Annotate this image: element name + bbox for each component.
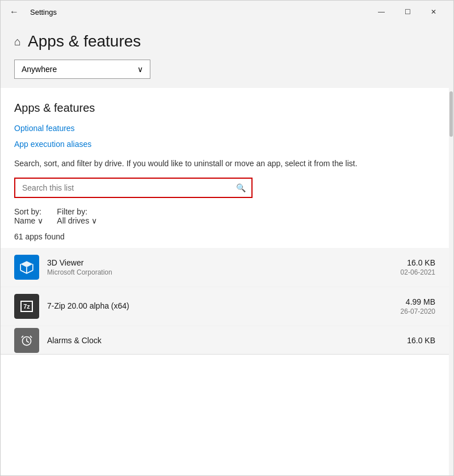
filter-control: Filter by: All drives ∨ (57, 207, 97, 225)
search-icon: 🔍 (236, 183, 246, 192)
app-icon-3dviewer (14, 255, 39, 280)
app-name: Alarms & Clock (47, 336, 407, 345)
description-text: Search, sort, and filter by drive. If yo… (14, 158, 435, 170)
app-meta: 16.0 KB (407, 336, 435, 345)
app-icon-7zip: 7z (14, 294, 39, 319)
page-title: Apps & features (28, 32, 141, 50)
optional-features-link[interactable]: Optional features (14, 124, 435, 133)
app-date: 02-06-2021 (401, 268, 435, 276)
app-info: Alarms & Clock (47, 336, 407, 345)
sort-filter-row: Sort by: Name ∨ Filter by: All drives ∨ (14, 207, 435, 225)
app-meta: 16.0 KB 02-06-2021 (401, 258, 435, 276)
dropdown-value: Anywhere (22, 65, 57, 74)
main-content: ⌂ Apps & features Anywhere ∨ Apps & feat… (1, 23, 449, 475)
scrollbar-thumb[interactable] (449, 91, 453, 137)
settings-window: ← Settings — ☐ ✕ ⌂ Apps & features Anywh… (0, 0, 454, 476)
cube-icon (19, 260, 34, 275)
table-row[interactable]: 7z 7-Zip 20.00 alpha (x64) 4.99 MB 26-07… (1, 287, 449, 326)
app-size: 16.0 KB (407, 336, 435, 345)
clock-icon (19, 333, 34, 348)
window-title: Settings (30, 8, 57, 16)
back-button[interactable]: ← (7, 5, 21, 19)
content-area: ⌂ Apps & features Anywhere ∨ Apps & feat… (1, 23, 453, 475)
app-icon-wrap (14, 255, 39, 280)
title-bar-left: ← Settings (7, 5, 57, 19)
close-button[interactable]: ✕ (421, 1, 447, 23)
search-box-container: 🔍 (14, 178, 253, 198)
content-body: Apps & features Optional features App ex… (1, 88, 449, 475)
sort-button[interactable]: Name ∨ (14, 216, 43, 225)
minimize-button[interactable]: — (368, 1, 394, 23)
apps-found-text: 61 apps found (14, 232, 435, 241)
home-icon: ⌂ (14, 35, 21, 48)
sort-label: Sort by: (14, 207, 41, 216)
scrollbar[interactable] (449, 23, 453, 475)
filter-value: All drives (57, 216, 89, 225)
table-row[interactable]: 3D Viewer Microsoft Corporation 16.0 KB … (1, 248, 449, 287)
app-info: 7-Zip 20.00 alpha (x64) (47, 301, 401, 311)
page-header: ⌂ Apps & features (1, 23, 449, 60)
dropdown-chevron: ∨ (137, 65, 143, 74)
window-controls: — ☐ ✕ (368, 1, 447, 23)
app-date: 26-07-2020 (401, 307, 435, 315)
dropdown-section: Anywhere ∨ (1, 60, 449, 88)
app-info: 3D Viewer Microsoft Corporation (47, 258, 401, 276)
sort-chevron: ∨ (37, 216, 43, 225)
app-size: 16.0 KB (401, 258, 435, 267)
app-name: 3D Viewer (47, 258, 401, 267)
app-name: 7-Zip 20.00 alpha (x64) (47, 301, 401, 310)
sort-value: Name (14, 216, 35, 225)
app-list: 3D Viewer Microsoft Corporation 16.0 KB … (1, 248, 449, 355)
filter-label: Filter by: (57, 207, 87, 216)
filter-chevron: ∨ (91, 216, 97, 225)
search-button[interactable]: 🔍 (230, 179, 251, 197)
search-input[interactable] (15, 179, 230, 197)
sort-control: Sort by: Name ∨ (14, 207, 43, 225)
maximize-button[interactable]: ☐ (394, 1, 421, 23)
app-icon-wrap: 7z (14, 294, 39, 319)
table-row[interactable]: Alarms & Clock 16.0 KB (1, 326, 449, 355)
title-bar: ← Settings — ☐ ✕ (1, 1, 453, 23)
app-icon-wrap (14, 328, 39, 353)
section-title: Apps & features (14, 102, 435, 115)
app-size: 4.99 MB (401, 297, 435, 306)
filter-button[interactable]: All drives ∨ (57, 216, 97, 225)
app-execution-aliases-link[interactable]: App execution aliases (14, 140, 435, 149)
install-location-dropdown[interactable]: Anywhere ∨ (14, 60, 150, 79)
app-publisher: Microsoft Corporation (47, 268, 401, 276)
app-meta: 4.99 MB 26-07-2020 (401, 297, 435, 315)
app-icon-alarms (14, 328, 39, 353)
zip-label-icon: 7z (20, 301, 33, 312)
